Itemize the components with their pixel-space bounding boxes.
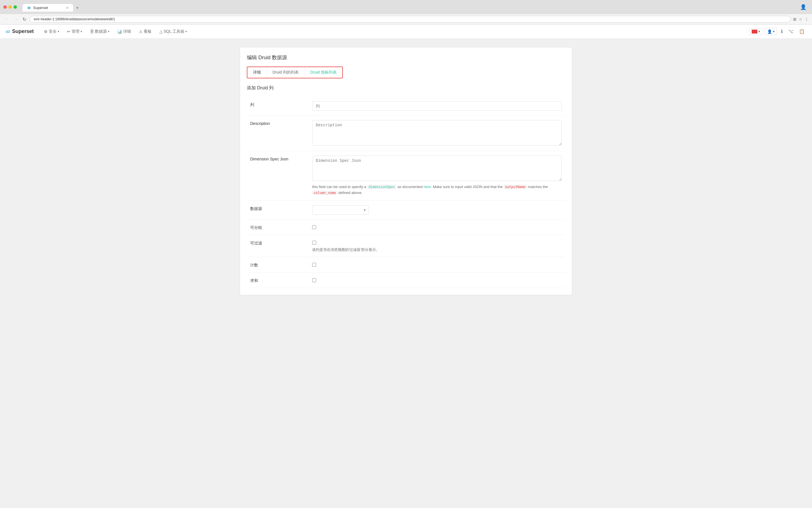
label-datasource: 数据源: [247, 201, 309, 219]
sql-icon: △: [160, 29, 163, 34]
section-title: 添加 Druid 列: [247, 85, 565, 91]
url-text: emr-header-1:18088/druiddatasourcemodelv…: [34, 17, 786, 21]
label-sum: 求和: [247, 272, 309, 288]
field-datasource: ▾: [309, 201, 565, 219]
checkbox-groupby[interactable]: [312, 225, 316, 229]
form-row-count: 计数: [247, 257, 565, 272]
close-button[interactable]: [3, 5, 7, 9]
form-row-sum: 求和: [247, 272, 565, 288]
tab-metrics-label: Druid 指标列表: [310, 70, 336, 75]
info-icon[interactable]: ℹ: [779, 27, 784, 36]
nav-item-security[interactable]: ⚙ 安全 ▾: [41, 27, 62, 36]
active-browser-tab[interactable]: Superset ✕: [22, 4, 73, 11]
chevron-down-icon-manage: ▾: [81, 30, 82, 33]
chevron-down-icon: ▾: [58, 30, 59, 33]
nav-item-charts[interactable]: 📊 详细: [114, 27, 134, 36]
nav-label-dashboard: 看板: [144, 29, 151, 34]
brand-name: Superset: [12, 29, 34, 34]
tab-title: Superset: [33, 6, 48, 10]
tab-detail[interactable]: 详细: [247, 67, 267, 78]
label-column: 列: [247, 97, 309, 116]
field-description: [309, 116, 565, 151]
language-selector[interactable]: ▾: [749, 28, 762, 35]
brand-logo[interactable]: ∞ Superset: [6, 28, 34, 35]
dimension-spec-hint: this field can be used to specify a dime…: [312, 184, 562, 196]
translate-icon[interactable]: ⊞: [793, 17, 797, 22]
tab-close-icon[interactable]: ✕: [66, 6, 69, 10]
nav-item-dashboard[interactable]: ⚠ 看板: [136, 27, 155, 36]
nav-label-charts: 详细: [123, 29, 131, 34]
address-bar: ← → ↻ emr-header-1:18088/druiddatasource…: [0, 14, 812, 24]
chevron-down-icon-ds: ▾: [108, 30, 109, 33]
tab-columns[interactable]: Druid 列的列表: [267, 67, 305, 78]
checkbox-sum[interactable]: [312, 278, 316, 282]
traffic-lights: [3, 5, 17, 9]
user-avatar-icon: 👤: [767, 29, 772, 34]
label-dimension-spec: Dimension Spec Json: [247, 151, 309, 201]
label-description: Description: [247, 116, 309, 151]
wrench-icon: ✏: [67, 29, 71, 34]
label-count: 计数: [247, 257, 309, 272]
checkbox-filterable[interactable]: [312, 241, 316, 245]
browser-chrome: Superset ✕ + 👤 ← → ↻ emr-header-1:18088/…: [0, 0, 812, 25]
edit-container: 编辑 Druid 数据源 详细 Druid 列的列表 Druid 指标列表 添加…: [240, 47, 572, 295]
nav-item-sql[interactable]: △ SQL 工具箱 ▾: [156, 27, 190, 36]
nav-right: ▾ 👤 ▾ ℹ ⌥ 📋: [749, 27, 806, 36]
tab-columns-label: Druid 列的列表: [272, 70, 299, 75]
form-row-groupby: 可分组: [247, 219, 565, 235]
chevron-down-icon-sql: ▾: [185, 30, 187, 33]
new-tab-button[interactable]: +: [74, 4, 81, 11]
form-row-dimension-spec: Dimension Spec Json this field can be us…: [247, 151, 565, 201]
url-bar[interactable]: emr-header-1:18088/druiddatasourcemodelv…: [30, 16, 791, 23]
link-here[interactable]: here: [423, 185, 431, 189]
field-count: [309, 257, 565, 272]
filterable-hint: 该列是否在浏览视图的'过滤器'部分显示。: [312, 247, 562, 252]
chevron-down-icon-user: ▾: [773, 30, 774, 33]
datasource-select-wrapper: ▾: [312, 205, 368, 215]
nav-item-manage[interactable]: ✏ 管理 ▾: [64, 27, 85, 36]
docs-icon[interactable]: 📋: [797, 27, 806, 36]
menu-icon[interactable]: ⋮: [805, 17, 809, 22]
title-bar: Superset ✕ + 👤: [0, 0, 812, 14]
code-dimensionSpec: dimensionSpec: [367, 185, 396, 189]
tab-favicon: [27, 6, 31, 10]
tab-bar: Superset ✕ +: [19, 2, 84, 11]
forward-button[interactable]: →: [12, 16, 19, 22]
code-columnName: column_name: [312, 190, 337, 195]
field-groupby: [309, 219, 565, 235]
input-column[interactable]: [312, 101, 562, 111]
label-filterable: 可过滤: [247, 235, 309, 257]
back-button[interactable]: ←: [3, 16, 10, 22]
flag-icon: [752, 30, 757, 34]
nav-label-security: 安全: [49, 29, 57, 34]
dashboard-icon: ⚠: [139, 29, 143, 34]
address-actions: ⊞ ☆ ⋮: [793, 17, 809, 22]
textarea-description[interactable]: [312, 120, 562, 145]
select-datasource[interactable]: [312, 205, 368, 215]
textarea-dimension-spec[interactable]: [312, 156, 562, 181]
app-navbar: ∞ Superset ⚙ 安全 ▾ ✏ 管理 ▾ 🗄 数据源 ▾ 📊 详细 ⚠ …: [0, 25, 812, 39]
field-dimension-spec: this field can be used to specify a dime…: [309, 151, 565, 201]
checkbox-count[interactable]: [312, 263, 316, 267]
maximize-button[interactable]: [13, 5, 17, 9]
code-outputName: outputName: [504, 185, 527, 189]
bookmark-icon[interactable]: ☆: [799, 17, 802, 22]
form-row-description: Description: [247, 116, 565, 151]
refresh-button[interactable]: ↻: [21, 16, 27, 23]
tabs-wrapper: 详细 Druid 列的列表 Druid 指标列表: [247, 67, 343, 78]
chevron-down-icon-lang: ▾: [759, 30, 760, 33]
form-table: 列 Description Dimension Spec Json: [247, 97, 565, 288]
nav-label-sql: SQL 工具箱: [164, 29, 184, 34]
brand-icon: ∞: [6, 28, 10, 35]
nav-item-datasource[interactable]: 🗄 数据源 ▾: [87, 27, 113, 36]
github-icon[interactable]: ⌥: [786, 27, 795, 36]
security-icon: ⚙: [44, 29, 48, 34]
user-menu[interactable]: 👤 ▾: [765, 28, 777, 35]
tab-metrics[interactable]: Druid 指标列表: [305, 67, 342, 78]
form-row-filterable: 可过滤 该列是否在浏览视图的'过滤器'部分显示。: [247, 235, 565, 257]
chart-icon: 📊: [117, 29, 122, 34]
main-content: 编辑 Druid 数据源 详细 Druid 列的列表 Druid 指标列表 添加…: [0, 39, 812, 496]
user-icon[interactable]: 👤: [798, 4, 809, 10]
form-row-datasource: 数据源 ▾: [247, 201, 565, 219]
minimize-button[interactable]: [8, 5, 12, 9]
